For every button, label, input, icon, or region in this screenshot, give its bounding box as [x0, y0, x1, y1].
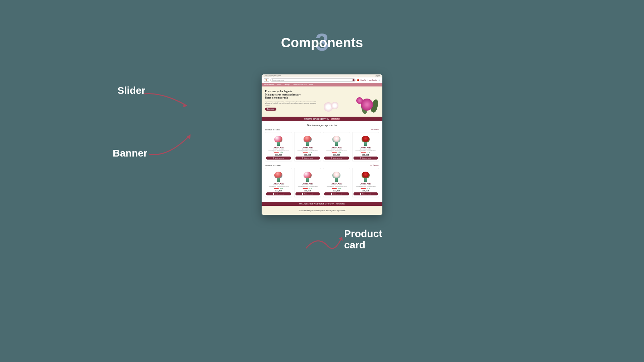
language-select[interactable]: Español [361, 79, 366, 81]
search-icon[interactable] [353, 79, 355, 81]
search-input[interactable]: Buscar productos [270, 78, 356, 82]
website-mockup: Envíanos un WHATSAPP ES | EN Buscar prod… [262, 74, 382, 215]
banner-ofertas: MIRA NUESTROS PRODUCTOS EN OFERTA Ver Of… [262, 202, 382, 206]
subsection-title: Selección de Flores [265, 129, 280, 131]
add-to-cart-button[interactable]: Añadir al carrito [266, 157, 291, 160]
add-to-cart-button[interactable]: Añadir al carrito [296, 157, 320, 160]
arrow-slider [143, 90, 193, 111]
flag-icon [357, 79, 359, 81]
logo[interactable] [264, 78, 269, 82]
nav-item[interactable]: More [309, 84, 313, 85]
add-to-cart-button[interactable]: Añadir al carrito [324, 192, 349, 195]
header: Buscar productos Español Iniciar Sesión … [262, 77, 382, 83]
annotation-slider: Slider [117, 85, 145, 96]
banner-cta-button[interactable]: Ver Ofertas [336, 203, 344, 205]
hero-cta-button[interactable]: Saber más [265, 108, 276, 111]
product-card[interactable]: Corona AlbiaDISPONIBILIDADCorona especia… [265, 168, 292, 197]
banner-cta-button[interactable]: Envía ya [331, 118, 340, 120]
arrow-banner [148, 132, 198, 159]
top-strip: Envíanos un WHATSAPP ES | EN [262, 74, 382, 77]
banner-envia: NUESTRO SERVICIO ENVIA YA Envía ya [262, 117, 382, 121]
product-price: 999,99€ [266, 154, 291, 156]
navbar: Ordenar Flores Flores Catálogo Diseño de… [262, 83, 382, 86]
cart-link[interactable]: 🛒 [378, 79, 380, 81]
add-to-cart-button[interactable]: Añadir al carrito [296, 192, 320, 195]
lang-flags[interactable]: ES | EN [375, 75, 380, 77]
product-card[interactable]: Corona AlbiaDISPONIBILIDADCorona especia… [352, 168, 379, 197]
product-tagline: Corona especial albia temporada verano [266, 150, 291, 152]
add-to-cart-button[interactable]: Añadir al carrito [266, 192, 291, 195]
hero-title: El verano ya ha llegado. Mira nuestras n… [265, 90, 318, 100]
filter-link[interactable]: Ir a Plantas > [370, 165, 379, 167]
product-card[interactable]: Corona AlbiaDISPONIBILIDADCorona especia… [294, 132, 321, 161]
product-card[interactable]: Corona AlbiaDISPONIBILIDADCorona especia… [323, 132, 350, 161]
nav-item[interactable]: Diseño de productos [293, 84, 307, 85]
product-card[interactable]: Corona AlbiaDISPONIBILIDADCorona especia… [323, 168, 350, 197]
add-to-cart-button[interactable]: Añadir al carrito [354, 157, 378, 160]
cart-icon [273, 158, 274, 159]
product-grid-flores: Corona Albia DISPONIBILIDAD Corona espec… [262, 132, 382, 165]
banner-text: MIRA NUESTROS PRODUCTOS EN OFERTA [299, 203, 334, 205]
nav-item[interactable]: Ordenar Flores [264, 84, 274, 85]
nav-item[interactable]: Flores [277, 84, 281, 85]
filter-link[interactable]: Ir a Flores > [371, 129, 379, 131]
hero-image [320, 90, 379, 113]
whatsapp-link[interactable]: Envíanos un WHATSAPP [264, 75, 281, 77]
product-card[interactable]: Corona Albia DISPONIBILIDAD Corona espec… [265, 132, 292, 161]
add-to-cart-button[interactable]: Añadir al carrito [354, 192, 378, 195]
product-card[interactable]: Corona AlbiaDISPONIBILIDADCorona especia… [294, 168, 321, 197]
hero-description: In publishing and graphic design, Lorem … [265, 101, 318, 106]
hero-slider: El verano ya ha llegado. Mira nuestras n… [262, 86, 382, 117]
banner-text: NUESTRO SERVICIO ENVIA YA [304, 118, 329, 120]
product-card[interactable]: Corona AlbiaDISPONIBILIDADCorona especia… [352, 132, 379, 161]
page-title: Components [281, 35, 363, 50]
footer-quote: "Una mirada fresca al negocio de las flo… [262, 206, 382, 215]
product-availability: DISPONIBILIDAD [266, 148, 291, 150]
subsection-title: Selección de Plantas [265, 165, 281, 167]
nav-item[interactable]: Catálogo [284, 84, 290, 85]
add-to-cart-button[interactable]: Añadir al carrito [324, 157, 349, 160]
arrow-product [305, 231, 345, 255]
product-grid-plantas: Corona AlbiaDISPONIBILIDADCorona especia… [262, 168, 382, 200]
section-heading: Nuestros mejores productos [262, 124, 382, 127]
login-link[interactable]: Iniciar Sesión [368, 79, 377, 81]
annotation-product-card: Product card [344, 228, 382, 251]
annotation-banner: Banner [113, 147, 147, 159]
